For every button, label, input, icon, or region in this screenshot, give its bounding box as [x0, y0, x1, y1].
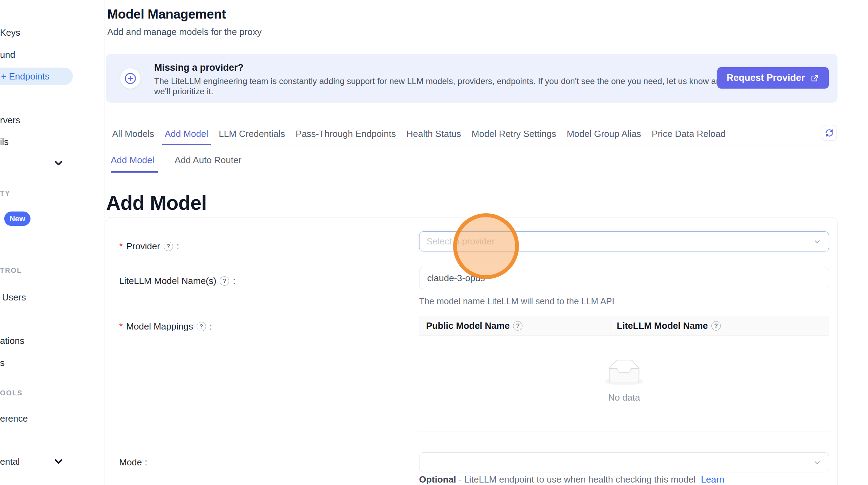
subtab-add-model[interactable]: Add Model	[111, 154, 154, 166]
mode-label-text: Mode	[119, 457, 142, 468]
sidebar-item-keys[interactable]: Keys	[0, 26, 20, 40]
tab-price-data-reload[interactable]: Price Data Reload	[652, 128, 726, 139]
chevron-down-icon[interactable]	[53, 455, 64, 467]
column-litellm-label: LiteLLM Model Name	[617, 320, 708, 331]
mode-helper-optional: Optional	[419, 474, 456, 485]
request-provider-label: Request Provider	[726, 72, 805, 83]
model-mappings-label: * Model Mappings ? :	[119, 321, 212, 332]
chevron-down-icon[interactable]	[53, 157, 64, 169]
mode-helper-text: - LiteLLM endpoint to use when health ch…	[459, 474, 696, 485]
model-name-helper: The model name LiteLLM will send to the …	[419, 296, 614, 306]
model-name-label-text: LiteLLM Model Name(s)	[119, 276, 216, 286]
model-mappings-label-text: Model Mappings	[126, 321, 193, 332]
add-model-heading: Add Model	[106, 191, 207, 214]
new-badge[interactable]: New	[4, 212, 30, 226]
empty-state: No data	[419, 360, 829, 403]
sidebar-item-users[interactable]: Users	[2, 290, 26, 304]
subtab-add-auto-router[interactable]: Add Auto Router	[175, 154, 241, 166]
sidebar-item-guardrails[interactable]: ils	[0, 135, 9, 149]
sidebar-item-endpoints-active[interactable]: + Endpoints	[0, 68, 73, 85]
tab-add-model[interactable]: Add Model	[165, 128, 208, 139]
model-mappings-table: Public Model Name ? LiteLLM Model Name ?…	[419, 316, 829, 431]
help-icon[interactable]: ?	[164, 242, 173, 251]
chevron-down-icon	[813, 458, 822, 467]
sidebar-item-endpoints-label: + Endpoints	[0, 68, 73, 85]
sidebar-item-inference[interactable]: erence	[0, 411, 28, 425]
sidebar-section-trol: TROL	[0, 265, 22, 275]
column-litellm-model-name: LiteLLM Model Name ?	[610, 320, 722, 331]
banner-title: Missing a provider?	[154, 62, 244, 73]
tab-model-retry-settings[interactable]: Model Retry Settings	[472, 128, 556, 139]
label-colon: :	[177, 241, 179, 252]
learn-more-link[interactable]: Learn	[701, 474, 724, 485]
sidebar-item-organizations[interactable]: ations	[0, 334, 24, 348]
request-provider-button[interactable]: Request Provider	[717, 67, 829, 89]
sidebar-section-ty: TY	[0, 188, 11, 198]
sidebar-item-servers[interactable]: rvers	[0, 113, 20, 127]
help-icon[interactable]: ?	[220, 276, 229, 286]
tab-llm-credentials[interactable]: LLM Credentials	[219, 128, 285, 139]
sync-icon	[824, 128, 834, 138]
label-colon: :	[145, 457, 147, 468]
provider-label-text: Provider	[126, 241, 160, 252]
page-title: Model Management	[107, 7, 226, 22]
add-model-subtabs: Add Model Add Auto Router	[106, 154, 838, 172]
required-mark: *	[119, 321, 123, 332]
help-icon[interactable]: ?	[513, 321, 522, 331]
tab-model-group-alias[interactable]: Model Group Alias	[567, 128, 641, 139]
empty-box-icon	[603, 360, 645, 387]
banner-text-line2: we'll prioritize it.	[154, 86, 213, 96]
label-colon: :	[210, 321, 212, 332]
banner-text-line1: The LiteLLM engineering team is constant…	[154, 76, 725, 86]
sidebar: Keys und + Endpoints rvers ils TY New TR…	[0, 0, 104, 485]
column-divider	[610, 320, 610, 332]
column-public-model-name: Public Model Name ?	[419, 320, 610, 331]
mode-helper: Optional - LiteLLM endpoint to use when …	[419, 474, 724, 485]
column-public-label: Public Model Name	[426, 320, 510, 331]
tab-pass-through-endpoints[interactable]: Pass-Through Endpoints	[296, 128, 396, 139]
model-name-label: LiteLLM Model Name(s) ? :	[119, 276, 235, 286]
no-data-text: No data	[419, 392, 829, 403]
provider-label: * Provider ? :	[119, 241, 179, 252]
external-link-icon	[810, 73, 820, 83]
page-subtitle: Add and manage models for the proxy	[107, 27, 262, 37]
chevron-down-icon	[813, 237, 822, 246]
provider-placeholder: Select a provider	[426, 236, 495, 247]
provider-select[interactable]: Select a provider	[419, 231, 829, 251]
tab-health-status[interactable]: Health Status	[406, 128, 461, 139]
missing-provider-banner: Missing a provider? The LiteLLM engineer…	[106, 54, 838, 103]
refresh-button[interactable]	[822, 125, 837, 141]
model-name-input[interactable]	[419, 267, 829, 289]
mode-label: Mode :	[119, 457, 147, 468]
model-management-page: Keys und + Endpoints rvers ils TY New TR…	[0, 0, 868, 485]
label-colon: :	[233, 276, 235, 286]
sidebar-section-tools: OOLS	[0, 388, 23, 398]
mode-select[interactable]	[419, 452, 829, 472]
required-mark: *	[119, 241, 123, 252]
model-management-tabs: All Models Add Model LLM Credentials Pas…	[106, 128, 838, 145]
sidebar-item-teams[interactable]: s	[0, 356, 5, 370]
table-bottom-border	[419, 431, 829, 432]
help-icon[interactable]: ?	[197, 322, 206, 331]
tab-all-models[interactable]: All Models	[112, 128, 154, 139]
table-header: Public Model Name ? LiteLLM Model Name ?	[419, 316, 829, 336]
sidebar-item-experimental[interactable]: ental	[0, 455, 20, 469]
help-icon[interactable]: ?	[711, 321, 721, 331]
plus-circle-icon	[120, 68, 141, 89]
sidebar-item-playground[interactable]: und	[0, 48, 15, 62]
